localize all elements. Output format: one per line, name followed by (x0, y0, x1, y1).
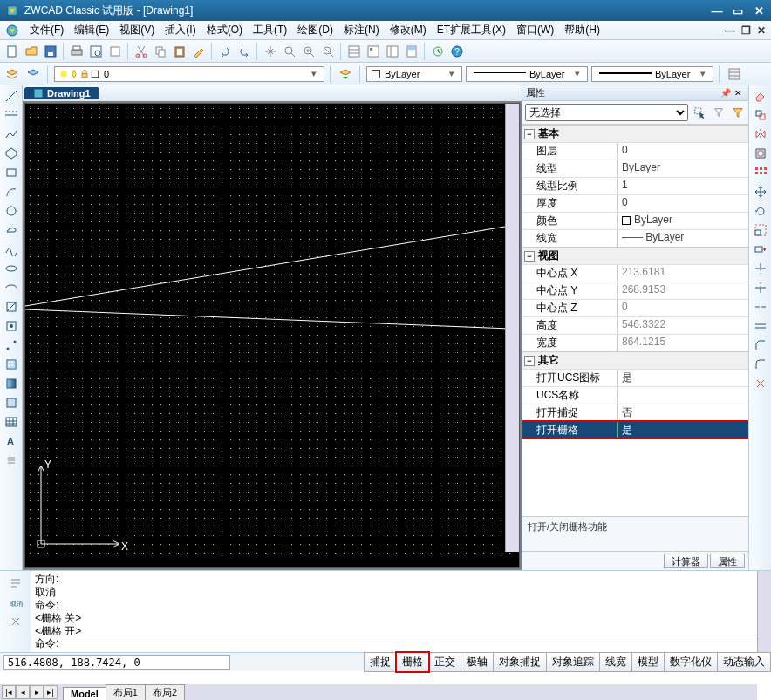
stretch-icon[interactable] (752, 241, 769, 258)
cmd-recent-icon[interactable] (7, 574, 24, 592)
properties-tab[interactable]: 属性 (710, 554, 745, 568)
cmd-close-icon[interactable] (7, 613, 24, 630)
preview-icon[interactable] (87, 43, 105, 60)
property-group[interactable]: −视图 (522, 247, 748, 264)
drawing-canvas[interactable] (24, 103, 520, 568)
menu-工具(T)[interactable]: 工具(T) (248, 22, 292, 37)
minimize-button[interactable]: — (710, 4, 724, 17)
xline-icon[interactable] (3, 106, 20, 124)
close-button[interactable]: ✕ (752, 4, 766, 17)
menu-格式(O)[interactable]: 格式(O) (201, 22, 248, 37)
status-toggle-正交[interactable]: 正交 (428, 652, 461, 672)
status-toggle-线宽[interactable]: 线宽 (599, 652, 632, 672)
table-icon[interactable] (3, 413, 20, 431)
property-row[interactable]: 中心点 Y268.9153 (522, 282, 748, 299)
revcloud-icon[interactable] (3, 221, 20, 239)
layer-manager-icon[interactable] (3, 65, 21, 83)
move-icon[interactable] (752, 183, 769, 200)
zoom-window-icon[interactable] (300, 43, 317, 60)
property-row[interactable]: 线型比例1 (522, 177, 748, 194)
arc-icon[interactable] (3, 183, 20, 200)
layer-states-icon[interactable] (24, 65, 42, 83)
menu-修改(M)[interactable]: 修改(M) (385, 22, 432, 37)
point-icon[interactable] (3, 336, 20, 354)
property-row[interactable]: 厚度0 (522, 194, 748, 212)
plot-style-icon[interactable] (726, 65, 743, 83)
rotate-icon[interactable] (752, 202, 769, 220)
redo-icon[interactable] (235, 43, 253, 60)
pline-icon[interactable] (3, 126, 20, 143)
layout-tab[interactable]: 布局1 (106, 684, 146, 700)
pin-icon[interactable]: 📌 (720, 88, 731, 99)
paste-icon[interactable] (171, 43, 188, 60)
property-row[interactable]: 颜色ByLayer (522, 212, 748, 229)
join-icon[interactable] (752, 317, 769, 335)
mdi-restore-button[interactable]: ❐ (740, 24, 752, 37)
pan-icon[interactable] (262, 43, 279, 60)
menu-视图(V)[interactable]: 视图(V) (114, 22, 160, 37)
trim-icon[interactable] (752, 260, 769, 277)
status-toggle-对象追踪[interactable]: 对象追踪 (546, 652, 600, 672)
make-block-icon[interactable] (3, 317, 20, 335)
region-icon[interactable] (3, 394, 20, 411)
zoom-prev-icon[interactable] (319, 43, 337, 60)
lineweight-combo[interactable]: ByLayer ▾ (591, 66, 713, 82)
mdi-close-button[interactable]: ✕ (755, 24, 768, 37)
menu-绘图(D)[interactable]: 绘图(D) (292, 22, 338, 37)
property-row[interactable]: 打开捕捉否 (522, 404, 748, 421)
status-toggle-动态输入[interactable]: 动态输入 (717, 652, 771, 672)
property-row[interactable]: 打开UCS图标是 (522, 369, 748, 386)
menu-窗口(W)[interactable]: 窗口(W) (511, 22, 559, 37)
layout-tab-model[interactable]: Model (63, 687, 106, 700)
menu-插入(I)[interactable]: 插入(I) (160, 22, 201, 37)
array-icon[interactable] (752, 164, 769, 181)
polygon-icon[interactable] (3, 145, 20, 162)
select-objects-icon[interactable] (692, 105, 707, 120)
property-row[interactable]: UCS名称 (522, 386, 748, 404)
panel-close-icon[interactable]: ✕ (734, 88, 745, 99)
copy-obj-icon[interactable] (752, 106, 769, 124)
extend-icon[interactable] (752, 279, 769, 296)
properties-icon[interactable] (345, 43, 363, 60)
offset-icon[interactable] (752, 145, 769, 162)
property-row[interactable]: 线宽—— ByLayer (522, 229, 748, 247)
hatch-icon[interactable] (3, 356, 20, 373)
copy-icon[interactable] (152, 43, 169, 60)
linetype-combo[interactable]: ByLayer ▾ (466, 66, 588, 82)
spline-icon[interactable] (3, 241, 20, 258)
erase-icon[interactable] (752, 87, 769, 105)
vertical-scrollbar[interactable] (505, 104, 519, 552)
command-input[interactable] (58, 638, 754, 650)
quick-select-icon[interactable] (711, 105, 727, 120)
filter-icon[interactable] (730, 105, 746, 120)
status-toggle-对象捕捉[interactable]: 对象捕捉 (493, 652, 547, 672)
break-icon[interactable] (752, 298, 769, 316)
property-row[interactable]: 中心点 X213.6181 (522, 264, 748, 282)
fillet-icon[interactable] (752, 356, 769, 373)
property-row[interactable]: 图层0 (522, 142, 748, 160)
ellipse-icon[interactable] (3, 260, 20, 277)
tool-palette-icon[interactable] (384, 43, 401, 60)
command-history[interactable]: 方向:取消命令:<栅格 关><栅格 开> (31, 571, 757, 635)
status-toggle-模型[interactable]: 模型 (631, 652, 665, 672)
mdi-minimize-button[interactable]: — (724, 24, 736, 37)
selection-combo[interactable]: 无选择 (525, 104, 688, 121)
menu-帮助(H)[interactable]: 帮助(H) (559, 22, 605, 37)
tab-first-button[interactable]: |◂ (2, 685, 16, 699)
help-icon[interactable]: ? (448, 43, 466, 60)
calculator-tab[interactable]: 计算器 (664, 554, 708, 568)
print-icon[interactable] (68, 43, 85, 60)
tab-last-button[interactable]: ▸| (44, 685, 58, 699)
clean-icon[interactable] (429, 43, 447, 60)
tab-prev-button[interactable]: ◂ (16, 685, 30, 699)
menu-文件(F)[interactable]: 文件(F) (24, 22, 69, 37)
menu-编辑(E)[interactable]: 编辑(E) (69, 22, 114, 37)
cmd-paste-icon[interactable]: 取消 (7, 594, 24, 611)
circle-icon[interactable] (3, 202, 20, 220)
tab-next-button[interactable]: ▸ (30, 685, 44, 699)
design-center-icon[interactable] (365, 43, 382, 60)
property-row[interactable]: 中心点 Z0 (522, 299, 748, 316)
ellipse-arc-icon[interactable] (3, 279, 20, 296)
undo-icon[interactable] (216, 43, 234, 60)
explode-icon[interactable] (752, 375, 769, 392)
